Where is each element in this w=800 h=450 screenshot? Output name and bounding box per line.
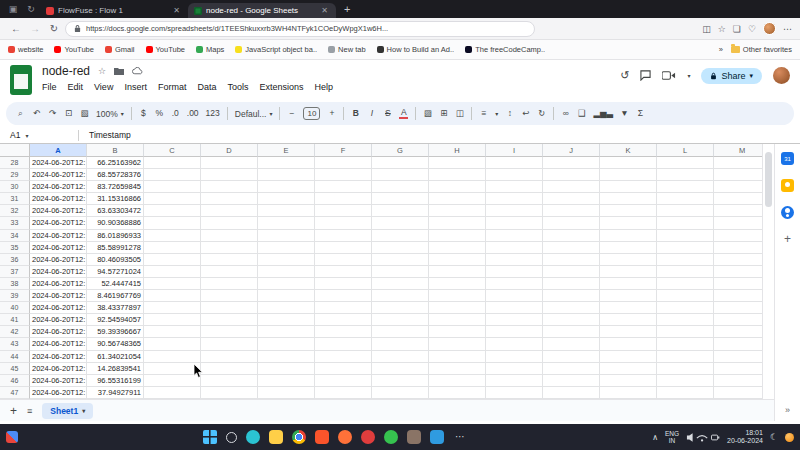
bookmark-item[interactable]: YouTube	[54, 45, 93, 54]
cell-l43[interactable]	[657, 338, 714, 350]
cell-j47[interactable]	[543, 387, 600, 399]
cell-f47[interactable]	[315, 387, 372, 399]
sheet-tab-sheet1[interactable]: Sheet1 ▾	[42, 403, 93, 419]
other-favorites-button[interactable]: Other favorites	[731, 45, 792, 54]
cell-j39[interactable]	[543, 290, 600, 302]
cell-j28[interactable]	[543, 157, 600, 169]
browser-tab-flowfuse[interactable]: FlowFuse : Flow 1 ✕	[40, 3, 188, 18]
bookmark-item[interactable]: New tab	[328, 45, 366, 54]
cell-g29[interactable]	[372, 169, 429, 181]
row-header-40[interactable]: 40	[0, 302, 30, 314]
cell-h44[interactable]	[429, 351, 486, 363]
document-title[interactable]: node-red	[42, 64, 90, 78]
cell-j33[interactable]	[543, 217, 600, 229]
browser-essentials-icon[interactable]: ♡	[748, 24, 756, 34]
cell-e44[interactable]	[258, 351, 315, 363]
cell-d40[interactable]	[201, 302, 258, 314]
cell-l28[interactable]	[657, 157, 714, 169]
clock[interactable]: 18:01 20-06-2024	[727, 429, 763, 446]
cell-a36[interactable]: 2024-06-20T12:	[30, 254, 87, 266]
cell-g35[interactable]	[372, 242, 429, 254]
cell-f34[interactable]	[315, 230, 372, 242]
new-tab-button[interactable]: +	[344, 3, 350, 15]
row-header-35[interactable]: 35	[0, 242, 30, 254]
cell-f28[interactable]	[315, 157, 372, 169]
cell-a28[interactable]: 2024-06-20T12:	[30, 157, 87, 169]
search-icon[interactable]: ⌕	[16, 109, 25, 118]
cell-a46[interactable]: 2024-06-20T12:	[30, 375, 87, 387]
file-explorer-icon[interactable]	[269, 430, 283, 444]
browser-tab-sheets[interactable]: node-red - Google Sheets ✕	[188, 3, 336, 18]
paint-format-icon[interactable]: ▧	[80, 109, 89, 118]
brave-icon[interactable]	[315, 430, 329, 444]
collections-icon[interactable]: ❏	[733, 24, 741, 34]
cell-j45[interactable]	[543, 363, 600, 375]
cell-b38[interactable]: 52.4447415	[87, 278, 144, 290]
cell-m39[interactable]	[714, 290, 762, 302]
cell-b33[interactable]: 90.90368886	[87, 217, 144, 229]
chrome-icon[interactable]	[292, 430, 306, 444]
cell-a47[interactable]: 2024-06-20T12:	[30, 387, 87, 399]
cell-j29[interactable]	[543, 169, 600, 181]
cell-l38[interactable]	[657, 278, 714, 290]
row-header-43[interactable]: 43	[0, 338, 30, 350]
cell-e38[interactable]	[258, 278, 315, 290]
cell-c35[interactable]	[144, 242, 201, 254]
menu-edit[interactable]: Edit	[68, 82, 84, 92]
cell-g41[interactable]	[372, 314, 429, 326]
cell-a37[interactable]: 2024-06-20T12:	[30, 266, 87, 278]
cell-h30[interactable]	[429, 181, 486, 193]
cell-m34[interactable]	[714, 230, 762, 242]
cell-a30[interactable]: 2024-06-20T12:	[30, 181, 87, 193]
row-header-37[interactable]: 37	[0, 266, 30, 278]
cell-c37[interactable]	[144, 266, 201, 278]
cell-h45[interactable]	[429, 363, 486, 375]
cell-i28[interactable]	[486, 157, 543, 169]
edge-icon[interactable]	[246, 430, 260, 444]
cell-h32[interactable]	[429, 205, 486, 217]
cell-i30[interactable]	[486, 181, 543, 193]
cell-m32[interactable]	[714, 205, 762, 217]
notification-bell-icon[interactable]	[785, 433, 794, 442]
cell-m44[interactable]	[714, 351, 762, 363]
cell-i43[interactable]	[486, 338, 543, 350]
cell-j34[interactable]	[543, 230, 600, 242]
cell-i39[interactable]	[486, 290, 543, 302]
cell-l36[interactable]	[657, 254, 714, 266]
cell-a32[interactable]: 2024-06-20T12:	[30, 205, 87, 217]
browser-menu-icon[interactable]: ⋯	[783, 24, 792, 34]
cell-e28[interactable]	[258, 157, 315, 169]
meet-icon[interactable]	[662, 71, 676, 80]
tab-close-icon[interactable]: ✕	[171, 6, 182, 15]
more-icon[interactable]: ⋯	[453, 430, 467, 444]
cell-j30[interactable]	[543, 181, 600, 193]
cell-b29[interactable]: 68.55728376	[87, 169, 144, 181]
cell-h34[interactable]	[429, 230, 486, 242]
cell-a29[interactable]: 2024-06-20T12:	[30, 169, 87, 181]
menu-help[interactable]: Help	[314, 82, 333, 92]
cell-m43[interactable]	[714, 338, 762, 350]
cell-k39[interactable]	[600, 290, 657, 302]
column-header-d[interactable]: D	[201, 144, 258, 157]
row-header-34[interactable]: 34	[0, 230, 30, 242]
cell-c33[interactable]	[144, 217, 201, 229]
cell-m36[interactable]	[714, 254, 762, 266]
cell-g31[interactable]	[372, 193, 429, 205]
bookmark-item[interactable]: Gmail	[105, 45, 135, 54]
split-screen-icon[interactable]: ◫	[702, 24, 711, 34]
column-header-k[interactable]: K	[600, 144, 657, 157]
cell-e36[interactable]	[258, 254, 315, 266]
browser-profile-avatar[interactable]	[763, 22, 776, 35]
cell-m46[interactable]	[714, 375, 762, 387]
cell-b42[interactable]: 59.39396667	[87, 326, 144, 338]
name-box[interactable]: A1 ▾	[10, 130, 68, 140]
column-header-g[interactable]: G	[372, 144, 429, 157]
cell-i37[interactable]	[486, 266, 543, 278]
cell-f36[interactable]	[315, 254, 372, 266]
cell-f39[interactable]	[315, 290, 372, 302]
cell-b41[interactable]: 92.54594057	[87, 314, 144, 326]
cell-g37[interactable]	[372, 266, 429, 278]
cell-d38[interactable]	[201, 278, 258, 290]
cell-a38[interactable]: 2024-06-20T12:	[30, 278, 87, 290]
scrollbar-thumb[interactable]	[765, 152, 772, 207]
